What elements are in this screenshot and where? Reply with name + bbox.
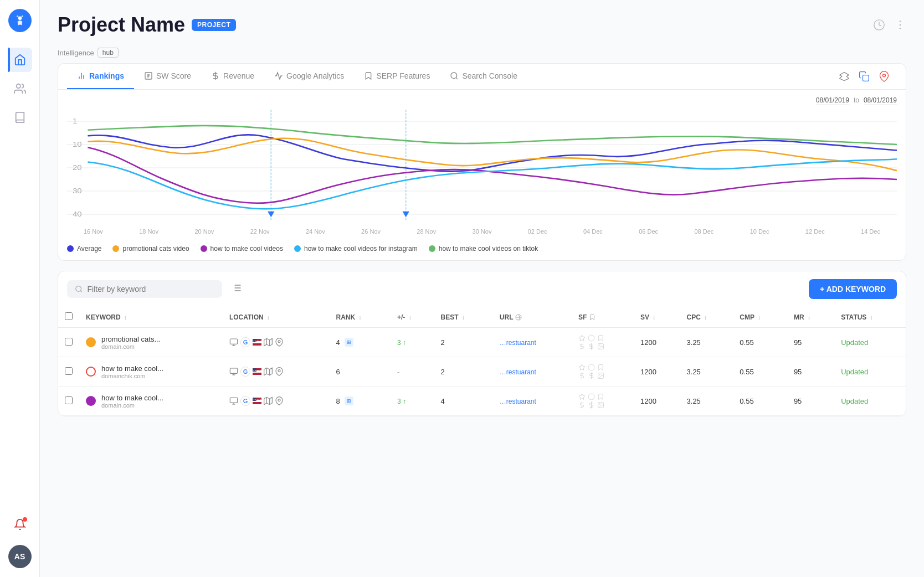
dollar-icon: [578, 343, 586, 350]
col-cpc: CPC ↕: [680, 307, 733, 328]
url-cell[interactable]: …restuarant: [493, 357, 572, 387]
col-url: URL: [493, 307, 572, 328]
url-link[interactable]: …restuarant: [500, 339, 536, 347]
url-link[interactable]: …restuarant: [500, 368, 536, 376]
tab-rankings[interactable]: Rankings: [67, 64, 134, 89]
svg-point-16: [883, 74, 886, 77]
copy-icon[interactable]: [856, 68, 872, 85]
row-checkbox[interactable]: [65, 396, 73, 404]
date-from[interactable]: 08/01/2019: [816, 96, 849, 105]
cpc-cell: 3.25: [680, 357, 733, 387]
desktop-icon: [229, 338, 238, 347]
tab-serp-features[interactable]: SERP Features: [354, 64, 440, 89]
table-row: promotional cats... domain.com G ★★★★★★: [58, 328, 906, 357]
change-cell: 3 ↑: [391, 387, 434, 416]
legend-item-average: Average: [67, 245, 101, 253]
keyword-color: [86, 367, 96, 377]
desktop-icon: [229, 396, 238, 405]
location-icons: G ★★★★★★: [229, 337, 323, 347]
col-mr: MR ↕: [787, 307, 834, 328]
svg-point-1: [17, 16, 18, 17]
tab-revenue[interactable]: Revenue: [201, 64, 264, 89]
col-keyword: KEYWORD ↕: [79, 307, 223, 328]
url-cell[interactable]: …restuarant: [493, 328, 572, 357]
main-content: Project Name PROJECT Intelligence hub: [40, 0, 924, 577]
svg-text:1: 1: [73, 117, 78, 125]
legend-item-instagram: how to make cool videos for instagram: [294, 245, 418, 253]
tab-sw-score[interactable]: SW Score: [134, 64, 201, 89]
google-g-icon: G: [240, 337, 250, 347]
svg-point-13: [451, 73, 457, 79]
legend-item-cool-videos: how to make cool videos: [201, 245, 283, 253]
keyword-search-box[interactable]: [67, 280, 222, 298]
keyword-cell: promotional cats... domain.com: [86, 335, 216, 350]
add-keyword-button[interactable]: + ADD KEYWORD: [809, 279, 897, 299]
filter-list-icon[interactable]: [229, 280, 244, 298]
tab-bar: Rankings SW Score Revenue: [58, 64, 906, 90]
svg-text:10: 10: [73, 140, 82, 148]
svg-text:★★★★★★: ★★★★★★: [253, 340, 261, 342]
history-icon[interactable]: [873, 19, 885, 31]
sf-cell: [572, 357, 634, 387]
location-icon[interactable]: [876, 68, 892, 85]
location-icons: G ★★★★★★: [229, 396, 323, 406]
date-to[interactable]: 08/01/2019: [864, 96, 897, 105]
circle-icon: [588, 334, 595, 342]
app-logo[interactable]: [8, 9, 32, 32]
rank-cell: 8 ⊞: [330, 387, 391, 416]
balance-icon[interactable]: [836, 68, 853, 85]
svg-point-6: [900, 24, 901, 26]
svg-point-31: [76, 286, 81, 292]
sidebar-item-book[interactable]: [8, 105, 32, 130]
svg-point-94: [599, 404, 600, 405]
sidebar-navigation: [8, 48, 32, 508]
tab-search-console[interactable]: Search Console: [440, 64, 527, 89]
more-options-icon[interactable]: [894, 19, 906, 31]
dollar-icon: [578, 401, 586, 409]
tab-google-analytics[interactable]: Google Analytics: [264, 64, 354, 89]
svg-marker-49: [264, 338, 273, 346]
sv-cell: 1200: [634, 328, 680, 357]
flag-icon: ★★★★★★: [253, 339, 261, 346]
user-avatar[interactable]: AS: [8, 545, 32, 568]
sv-cell: 1200: [634, 387, 680, 416]
row-checkbox[interactable]: [65, 367, 73, 375]
col-rank: RANK ↕: [330, 307, 391, 328]
svg-point-5: [900, 20, 901, 22]
sidebar-item-home[interactable]: [8, 48, 32, 72]
svg-point-70: [278, 370, 280, 372]
star-icon: [578, 364, 586, 371]
row-checkbox[interactable]: [65, 338, 73, 346]
circle-icon: [588, 393, 595, 400]
sidebar-item-users[interactable]: [8, 76, 32, 101]
bookmark-icon: [597, 364, 604, 371]
url-cell[interactable]: …restuarant: [493, 387, 572, 416]
bookmark-icon: [597, 334, 604, 342]
notification-bell[interactable]: [8, 513, 32, 536]
keyword-color: [86, 337, 96, 347]
dollar2-icon: [588, 343, 595, 350]
table-row: how to make cool... domainchik.com G ★★★…: [58, 357, 906, 387]
svg-marker-71: [579, 364, 585, 370]
select-all-checkbox[interactable]: [65, 312, 73, 320]
svg-point-76: [599, 374, 600, 375]
mr-cell: 95: [787, 387, 834, 416]
map-icon: [264, 367, 273, 376]
keyword-name: how to make cool...: [101, 394, 163, 402]
change-cell: -: [391, 357, 434, 387]
cpc-cell: 3.25: [680, 328, 733, 357]
svg-rect-77: [230, 398, 237, 403]
url-link[interactable]: …restuarant: [500, 398, 536, 405]
sf-cell: [572, 387, 634, 416]
keyword-name: promotional cats...: [101, 335, 160, 343]
legend-item-cats: promotional cats video: [112, 245, 189, 253]
status-cell: Updated: [834, 357, 906, 387]
legend-item-tiktok: how to make cool videos on tiktok: [429, 245, 538, 253]
svg-point-0: [18, 16, 22, 20]
best-cell: 4: [434, 387, 492, 416]
table-row: how to make cool... domain.com G ★★★★★★: [58, 387, 906, 416]
svg-text:★★★★★★: ★★★★★★: [253, 369, 261, 372]
cmp-cell: 0.55: [733, 357, 787, 387]
svg-text:40: 40: [73, 210, 82, 218]
search-input[interactable]: [88, 285, 214, 293]
